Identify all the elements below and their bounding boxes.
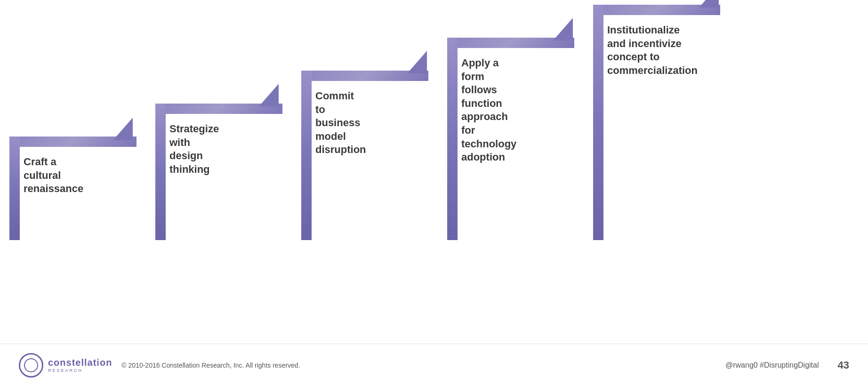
step3-arrow xyxy=(407,51,427,73)
footer-logo: constellation RESEARCH xyxy=(19,353,112,378)
footer-page-number: 43 xyxy=(838,359,849,371)
footer-right: @rwang0 #DisruptingDigital 43 xyxy=(725,359,849,371)
step1-arrow xyxy=(113,118,133,140)
logo-circle-icon xyxy=(19,353,43,378)
step5-label: Institutionalize and incentivize concept… xyxy=(607,24,698,77)
logo-sub: RESEARCH xyxy=(48,368,112,373)
footer-copyright: © 2010-2016 Constellation Research, Inc.… xyxy=(121,362,300,369)
logo-inner-circle xyxy=(24,358,38,372)
logo-text: constellation RESEARCH xyxy=(48,357,112,373)
footer: constellation RESEARCH © 2010-2016 Const… xyxy=(0,344,868,386)
step2-arrow xyxy=(259,84,279,106)
logo-name: constellation xyxy=(48,357,112,368)
step1-left-bar xyxy=(9,137,20,240)
footer-hashtag: @rwang0 #DisruptingDigital xyxy=(725,361,819,370)
step4-arrow xyxy=(553,18,573,40)
main-content: Craft a cultural renaissance Strategize … xyxy=(0,0,868,339)
staircase-diagram: Craft a cultural renaissance Strategize … xyxy=(9,9,857,330)
step4-label: Apply a form follows function approach f… xyxy=(461,56,516,164)
step4-left-bar xyxy=(447,38,458,240)
step3-label: Commit to business model disruption xyxy=(315,89,366,157)
step5-arrow xyxy=(699,0,719,8)
step3-left-bar xyxy=(301,71,312,240)
step1-label: Craft a cultural renaissance xyxy=(24,155,83,196)
step2-left-bar xyxy=(155,104,166,240)
step5-left-bar xyxy=(593,5,603,240)
step2-label: Strategize with design thinking xyxy=(169,122,219,176)
